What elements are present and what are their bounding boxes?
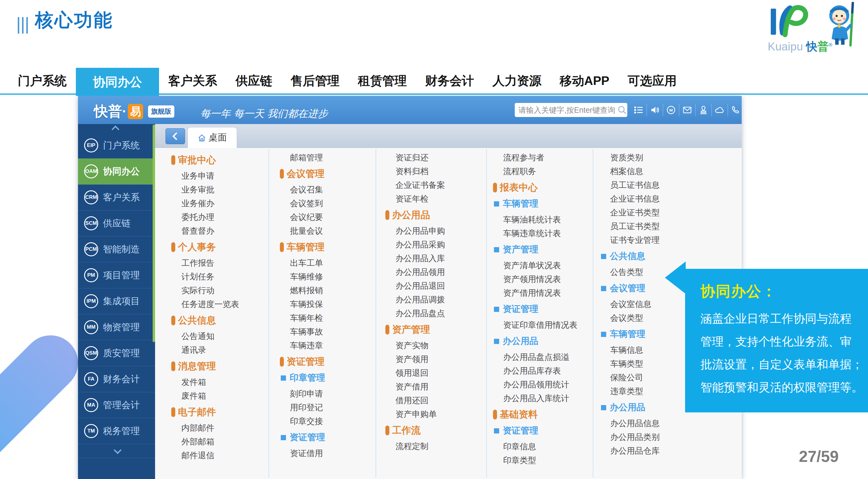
menu-item[interactable]: 委托办理 bbox=[171, 210, 274, 224]
cloud-icon[interactable] bbox=[711, 96, 727, 124]
menu-item[interactable]: 业务审批 bbox=[171, 183, 274, 197]
menu-item[interactable]: 印章交接 bbox=[280, 415, 382, 428]
menu-item[interactable]: 邮件退信 bbox=[171, 449, 274, 463]
tab-leasing[interactable]: 租赁管理 bbox=[349, 68, 416, 94]
menu-item[interactable]: 企业证书类型 bbox=[600, 206, 703, 220]
menu-subsection-header[interactable]: 公共信息 bbox=[600, 249, 703, 263]
im-icon[interactable]: IM bbox=[663, 96, 679, 124]
menu-item[interactable]: 资产借用情况表 bbox=[493, 286, 595, 300]
menu-section-header[interactable]: 资证管理 bbox=[280, 355, 382, 369]
menu-section-header[interactable]: 报表中心 bbox=[493, 180, 595, 195]
tab-supply-chain[interactable]: 供应链 bbox=[226, 68, 281, 94]
menu-item[interactable]: 会议纪要 bbox=[280, 210, 382, 224]
menu-section-header[interactable]: 个人事务 bbox=[171, 240, 274, 254]
menu-item[interactable]: 车辆违章 bbox=[280, 339, 382, 352]
tab-hr[interactable]: 人力资源 bbox=[483, 68, 551, 94]
tab-portal[interactable]: 门户系统 bbox=[8, 68, 76, 94]
menu-subsection-header[interactable]: 办公用品 bbox=[493, 334, 595, 348]
tab-finance[interactable]: 财务会计 bbox=[416, 68, 483, 94]
menu-item[interactable]: 车辆违章统计表 bbox=[493, 227, 595, 240]
menu-item[interactable]: 办公用品调拨 bbox=[385, 293, 488, 307]
sidebar-scrollbar[interactable] bbox=[153, 125, 155, 342]
menu-item[interactable]: 资证归还 bbox=[385, 151, 488, 165]
menu-item[interactable]: 办公用品申购 bbox=[385, 224, 488, 238]
menu-item[interactable]: 办公用品采购 bbox=[385, 238, 488, 252]
menu-subsection-header[interactable]: 资产管理 bbox=[493, 243, 595, 256]
list-icon[interactable] bbox=[630, 96, 647, 124]
menu-item[interactable]: 燃料报销 bbox=[280, 284, 382, 298]
menu-item[interactable]: 办公用品信息 bbox=[600, 417, 703, 431]
menu-item[interactable]: 资产领用情况表 bbox=[493, 273, 595, 286]
menu-item[interactable]: 办公用品退回 bbox=[385, 279, 488, 293]
menu-subsection-header[interactable]: 车辆管理 bbox=[493, 197, 595, 211]
menu-item[interactable]: 印章信息 bbox=[493, 440, 595, 454]
menu-item[interactable]: 办公用品入库统计 bbox=[493, 391, 595, 405]
menu-item[interactable]: 任务进度一览表 bbox=[171, 298, 274, 311]
menu-item[interactable]: 员工证书类型 bbox=[600, 220, 703, 233]
menu-section-header[interactable]: 公共信息 bbox=[171, 313, 274, 328]
menu-item[interactable]: 办公用品领用 bbox=[385, 266, 488, 279]
sidebar-item-crm[interactable]: CRM客户关系 bbox=[78, 184, 155, 210]
menu-item[interactable]: 印章类型 bbox=[493, 454, 595, 468]
menu-item[interactable]: 办公用品领用统计 bbox=[493, 378, 595, 391]
menu-item[interactable]: 内部邮件 bbox=[171, 421, 274, 435]
menu-item[interactable]: 办公用品入库 bbox=[385, 252, 488, 266]
menu-item[interactable]: 办公用品仓库 bbox=[600, 444, 703, 458]
menu-item[interactable]: 会议召集 bbox=[280, 183, 382, 197]
menu-item[interactable]: 车辆年检 bbox=[280, 311, 382, 325]
menu-item[interactable]: 领用退回 bbox=[385, 366, 488, 380]
menu-item[interactable]: 资料归档 bbox=[385, 165, 488, 178]
tab-desktop[interactable]: 桌面 bbox=[187, 127, 237, 148]
sidebar-item-eip[interactable]: EIP门户系统 bbox=[78, 133, 155, 159]
menu-item[interactable]: 工作报告 bbox=[171, 256, 274, 270]
seal-icon[interactable] bbox=[695, 96, 711, 124]
menu-item[interactable]: 业务申请 bbox=[171, 169, 274, 183]
menu-item[interactable]: 资证印章借用情况表 bbox=[493, 318, 595, 332]
menu-item[interactable]: 废件箱 bbox=[171, 389, 274, 403]
search-input[interactable] bbox=[519, 106, 617, 114]
tab-after-sales[interactable]: 售后管理 bbox=[281, 68, 349, 94]
menu-item[interactable]: 办公用品类别 bbox=[600, 431, 703, 444]
menu-item[interactable]: 会议签到 bbox=[280, 197, 382, 210]
menu-section-header[interactable]: 办公用品 bbox=[385, 208, 488, 222]
menu-section-header[interactable]: 消息管理 bbox=[171, 359, 274, 373]
menu-item[interactable]: 刻印申请 bbox=[280, 387, 382, 401]
menu-section-header[interactable]: 电子邮件 bbox=[171, 405, 274, 419]
sidebar-item-oam[interactable]: OAM协同办公 bbox=[78, 159, 155, 184]
menu-item[interactable]: 车辆事故 bbox=[280, 325, 382, 339]
sidebar-item-ma[interactable]: MA管理会计 bbox=[78, 392, 155, 418]
menu-item[interactable]: 办公用品库存表 bbox=[493, 364, 595, 378]
menu-item[interactable]: 计划任务 bbox=[171, 270, 274, 284]
menu-item[interactable]: 办公用品盘点损溢 bbox=[493, 350, 595, 364]
tab-optional-apps[interactable]: 可选应用 bbox=[618, 68, 686, 94]
menu-item[interactable]: 批量会议 bbox=[280, 224, 382, 238]
menu-item[interactable]: 业务催办 bbox=[171, 197, 274, 210]
menu-item[interactable]: 公告通知 bbox=[171, 330, 274, 343]
menu-item[interactable]: 资证年检 bbox=[385, 192, 488, 206]
sidebar-item-pcm[interactable]: PCM智能制造 bbox=[78, 236, 155, 263]
sidebar-scroll-down[interactable] bbox=[78, 444, 155, 458]
phone-icon[interactable] bbox=[727, 96, 742, 124]
menu-item[interactable]: 外部邮箱 bbox=[171, 435, 274, 449]
back-button[interactable] bbox=[165, 128, 185, 144]
mail-icon[interactable] bbox=[679, 96, 695, 124]
menu-item[interactable]: 流程参与者 bbox=[493, 151, 595, 165]
menu-subsection-header[interactable]: 资证管理 bbox=[493, 302, 595, 316]
menu-item[interactable]: 企业证书备案 bbox=[385, 178, 488, 192]
menu-section-header[interactable]: 车辆管理 bbox=[280, 240, 382, 254]
menu-item[interactable]: 借用还回 bbox=[385, 394, 488, 408]
menu-item[interactable]: 车辆油耗统计表 bbox=[493, 213, 595, 227]
tab-crm[interactable]: 客户关系 bbox=[159, 68, 226, 94]
menu-item[interactable]: 资产实物 bbox=[385, 339, 488, 352]
menu-section-header[interactable]: 工作流 bbox=[385, 423, 488, 438]
sidebar-scroll-up[interactable] bbox=[78, 124, 155, 133]
menu-item[interactable]: 通讯录 bbox=[171, 343, 274, 357]
menu-item[interactable]: 资产借用 bbox=[385, 380, 488, 394]
sidebar-item-fa[interactable]: FA财务会计 bbox=[78, 366, 155, 392]
sidebar-item-pm[interactable]: PM项目管理 bbox=[78, 263, 155, 288]
menu-item[interactable]: 实际行动 bbox=[171, 284, 274, 298]
sidebar-item-tm[interactable]: TM税务管理 bbox=[78, 418, 155, 444]
sound-icon[interactable] bbox=[647, 96, 663, 124]
menu-item[interactable]: 证书专业管理 bbox=[600, 233, 703, 247]
menu-subsection-header[interactable]: 资证管理 bbox=[493, 424, 595, 438]
